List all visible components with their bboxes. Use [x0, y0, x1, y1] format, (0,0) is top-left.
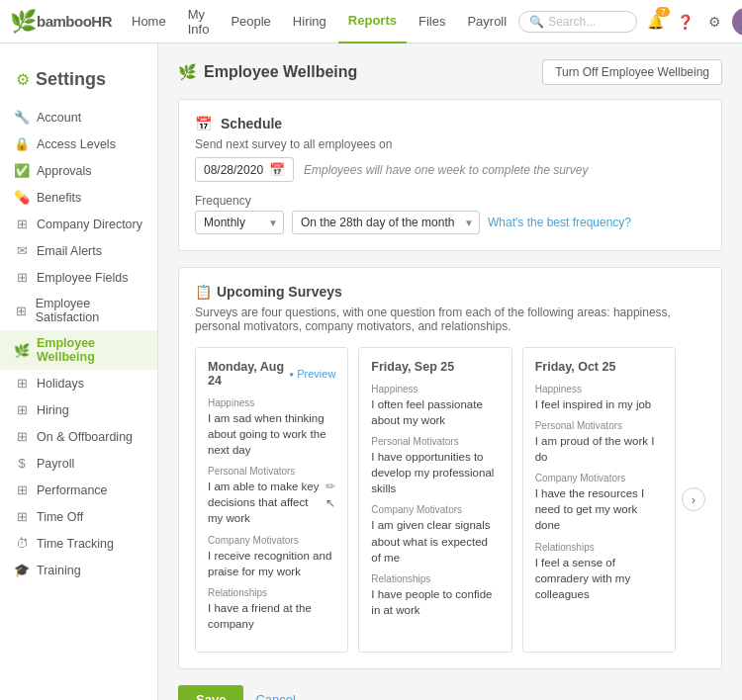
on-day-select-wrapper: On the 1st day of the month On the 7th d… [292, 211, 480, 234]
question-2-2: Personal Motivators I have opportunities… [371, 436, 499, 496]
sidebar-item-account[interactable]: 🔧 Account [0, 104, 157, 131]
save-button[interactable]: Save [178, 685, 243, 700]
survey-cards: Monday, Aug 24 ● Preview Happiness I am … [195, 347, 676, 653]
help-button[interactable]: ❓ [673, 10, 696, 34]
page-title: Settings [36, 69, 106, 90]
sidebar-label: Employee Fields [37, 271, 128, 285]
envelope-icon: ✉ [14, 243, 30, 258]
survey-date-header-2: Friday, Sep 25 [371, 360, 499, 374]
calendar-icon: 📅 [269, 162, 285, 177]
edit-pencil-icon[interactable]: ✏ [325, 480, 335, 493]
cursor-icon: ↖ [325, 496, 335, 510]
sidebar-item-time-off[interactable]: ⊞ Time Off [0, 503, 157, 530]
settings-nav-button[interactable]: ⚙ [702, 10, 726, 34]
sidebar-label: On & Offboarding [37, 430, 133, 444]
turn-off-button[interactable]: Turn Off Employee Wellbeing [542, 59, 722, 85]
sidebar-label: Employee Wellbeing [37, 336, 147, 364]
frequency-label: Frequency [195, 194, 705, 208]
gear-nav-icon: ⚙ [708, 14, 721, 30]
page-title-section: ⚙ Settings [0, 59, 157, 104]
date-input[interactable]: 08/28/2020 📅 [195, 157, 294, 182]
training-icon: 🎓 [14, 563, 30, 577]
sidebar-item-payroll[interactable]: $ Payroll [0, 450, 157, 477]
search-placeholder: Search... [548, 15, 596, 29]
nav-reports[interactable]: Reports [338, 0, 407, 44]
sidebar-item-onboarding[interactable]: ⊞ On & Offboarding [0, 423, 157, 450]
sidebar-label: Employee Satisfaction [36, 297, 147, 324]
leaf-icon: 🌿 [14, 343, 30, 358]
survey-card-1: Monday, Aug 24 ● Preview Happiness I am … [195, 347, 348, 653]
performance-icon: ⊞ [14, 482, 30, 497]
grid-icon: ⊞ [14, 217, 30, 231]
sidebar-item-benefits[interactable]: 💊 Benefits [0, 184, 157, 211]
sidebar-item-approvals[interactable]: ✅ Approvals [0, 157, 157, 184]
sidebar-item-email-alerts[interactable]: ✉ Email Alerts [0, 237, 157, 264]
nav-people[interactable]: People [221, 0, 280, 44]
sidebar-item-training[interactable]: 🎓 Training [0, 557, 157, 583]
sidebar-item-employee-wellbeing[interactable]: 🌿 Employee Wellbeing [0, 330, 157, 370]
settings-gear-icon: ⚙ [16, 70, 30, 89]
notifications-button[interactable]: 🔔 7 [643, 10, 667, 34]
sidebar-item-performance[interactable]: ⊞ Performance [0, 477, 157, 503]
nav-myinfo[interactable]: My Info [178, 0, 220, 44]
section-title-text: Employee Wellbeing [204, 63, 357, 81]
lock-icon: 🔒 [14, 136, 30, 151]
wrench-icon: 🔧 [14, 110, 30, 125]
on-day-select[interactable]: On the 1st day of the month On the 7th d… [292, 211, 480, 234]
notification-badge: 7 [656, 7, 670, 17]
frequency-group: Frequency Weekly Monthly Quarterly ▼ On … [195, 194, 705, 234]
sidebar-label: Benefits [37, 191, 81, 205]
onboarding-icon: ⊞ [14, 429, 30, 444]
nav-payroll[interactable]: Payroll [457, 0, 516, 44]
question-3-4: Relationships I feel a sense of comrader… [535, 542, 663, 602]
question-1-1: Happiness I am sad when thinking about g… [208, 397, 335, 458]
sidebar-label: Approvals [37, 164, 92, 178]
sidebar-item-employee-satisfaction[interactable]: ⊞ Employee Satisfaction [0, 291, 157, 330]
cancel-button[interactable]: Cancel [255, 685, 295, 700]
survey-cards-wrapper: Monday, Aug 24 ● Preview Happiness I am … [195, 347, 705, 653]
preview-link-1[interactable]: ● Preview [289, 368, 335, 380]
frequency-selects: Weekly Monthly Quarterly ▼ On the 1st da… [195, 211, 705, 234]
sidebar-label: Access Levels [37, 137, 116, 151]
next-survey-button[interactable]: › [682, 487, 705, 511]
question-1-3: Company Motivators I receive recognition… [208, 535, 335, 579]
search-box[interactable]: 🔍 Search... [518, 11, 637, 33]
search-icon: 🔍 [529, 15, 544, 29]
clock-icon: ⏱ [14, 536, 30, 551]
sidebar-label: Time Off [37, 510, 83, 524]
action-row: Save Cancel [178, 685, 722, 700]
nav-hiring[interactable]: Hiring [283, 0, 336, 44]
sidebar-label: Email Alerts [37, 244, 102, 258]
sidebar-item-access-levels[interactable]: 🔒 Access Levels [0, 131, 157, 157]
question-2-1: Happiness I often feel passionate about … [371, 384, 499, 428]
date-value: 08/28/2020 [204, 163, 263, 177]
schedule-icon: 📅 [195, 116, 212, 131]
frequency-link[interactable]: What's the best frequency? [488, 216, 631, 229]
sidebar-item-time-tracking[interactable]: ⏱ Time Tracking [0, 530, 157, 557]
info-text: Employees will have one week to complete… [304, 163, 588, 177]
sidebar-item-company-directory[interactable]: ⊞ Company Directory [0, 211, 157, 237]
question-1-4: Relationships I have a friend at the com… [208, 587, 335, 632]
survey-date-1: Monday, Aug 24 [208, 360, 289, 388]
sidebar-item-holidays[interactable]: ⊞ Holidays [0, 370, 157, 396]
timeoff-icon: ⊞ [14, 509, 30, 524]
section-header: 🌿 Employee Wellbeing Turn Off Employee W… [178, 59, 722, 85]
hiring-icon: ⊞ [14, 402, 30, 417]
upcoming-title: 📋 Upcoming Surveys [195, 284, 705, 300]
page-layout: ⚙ Settings 🔧 Account 🔒 Access Levels ✅ A… [0, 44, 742, 700]
survey-date-header-3: Friday, Oct 25 [535, 360, 663, 374]
preview-dot-icon: ● [289, 370, 294, 379]
sidebar-item-hiring[interactable]: ⊞ Hiring [0, 396, 157, 423]
survey-card-3: Friday, Oct 25 Happiness I feel inspired… [522, 347, 676, 653]
nav-files[interactable]: Files [409, 0, 455, 44]
sidebar-item-employee-fields[interactable]: ⊞ Employee Fields [0, 264, 157, 291]
checkmark-icon: ✅ [14, 163, 30, 178]
avatar[interactable]: 👤 [732, 8, 742, 36]
question-3-1: Happiness I feel inspired in my job [535, 384, 663, 412]
wellbeing-icon: 🌿 [178, 63, 197, 81]
nav-home[interactable]: Home [122, 0, 176, 44]
question-2-4: Relationships I have people to confide i… [371, 573, 499, 618]
holidays-icon: ⊞ [14, 376, 30, 391]
logo: 🌿 bambooHR [10, 9, 112, 35]
frequency-select[interactable]: Weekly Monthly Quarterly [195, 211, 284, 234]
